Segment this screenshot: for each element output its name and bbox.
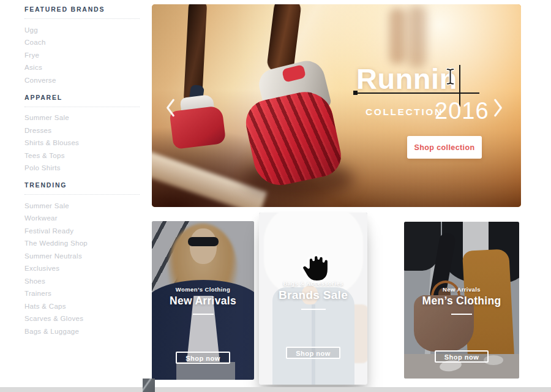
sidebar-item-polo-shirts[interactable]: Polo Shirts [24, 162, 140, 175]
card-divider [451, 314, 472, 315]
sidebar-section-title: FEATURED BRANDS [24, 6, 140, 19]
card-divider [193, 314, 214, 315]
hand-cursor-icon [298, 252, 332, 288]
sidebar-section-trending: TRENDING Summer Sale Workwear Festival R… [24, 182, 140, 338]
shop-now-button-men[interactable]: Shop now [435, 350, 489, 363]
card-content: New Arrivals Men’s Clothing Shop now [404, 222, 519, 379]
category-sidebar: FEATURED BRANDS Ugg Coach Frye Asics Con… [24, 6, 140, 345]
card-eyebrow: New Arrivals [443, 286, 481, 293]
sidebar-item-hats-caps[interactable]: Hats & Caps [24, 300, 140, 313]
sidebar-item-workwear[interactable]: Workwear [24, 213, 140, 225]
next-section-photo-fragment [143, 379, 155, 392]
sidebar-item-shirts-blouses[interactable]: Shirts & Blouses [24, 137, 140, 150]
sidebar-item-bags-luggage[interactable]: Bags & Luggage [24, 325, 140, 338]
card-title: Men’s Clothing [422, 295, 501, 307]
sidebar-item-asics[interactable]: Asics [24, 62, 140, 75]
sidebar-item-summer-sale[interactable]: Summer Sale [24, 112, 140, 125]
shop-now-button-brands[interactable]: Shop now [286, 347, 340, 359]
photo-shape-blurred-runner [408, 6, 426, 68]
carousel-next-icon[interactable] [491, 97, 504, 118]
sidebar-section-title: TRENDING [24, 182, 140, 195]
sidebar-section-apparel: APPAREL Summer Sale Dresses Shirts & Blo… [24, 94, 140, 175]
card-title: New Arrivals [170, 295, 236, 307]
category-card-womens-clothing[interactable]: Women’s Clothing New Arrivals Shop now [152, 221, 254, 380]
hero-collection-label: COLLECTION [365, 107, 443, 118]
carousel-prev-icon[interactable] [164, 97, 178, 118]
hero-carousel: Runnin COLLECTION 2016 Shop collection [152, 4, 521, 207]
sidebar-section-featured-brands: FEATURED BRANDS Ugg Coach Frye Asics Con… [24, 6, 140, 87]
sidebar-item-summer-neutrals[interactable]: Summer Neutrals [24, 250, 140, 263]
card-content: Bags & Accessories Brands Sale Shop now [259, 213, 367, 385]
sidebar-item-scarves-gloves[interactable]: Scarves & Gloves [24, 313, 140, 326]
sidebar-item-dresses[interactable]: Dresses [24, 124, 140, 137]
card-content: Women’s Clothing New Arrivals Shop now [152, 221, 254, 380]
category-card-mens-clothing[interactable]: New Arrivals Men’s Clothing Shop now [404, 222, 519, 379]
ibeam-cursor-icon [446, 68, 454, 85]
sidebar-links: Summer Sale Workwear Festival Ready The … [24, 200, 140, 338]
sidebar-section-title: APPAREL [24, 94, 140, 107]
bottom-section-edge [0, 387, 551, 392]
sidebar-item-coach[interactable]: Coach [24, 37, 140, 50]
sidebar-item-wedding-shop[interactable]: The Wedding Shop [24, 238, 140, 251]
sidebar-links: Ugg Coach Frye Asics Converse [24, 24, 140, 87]
hero-collection-year: 2016 [435, 98, 489, 124]
card-divider [301, 309, 326, 310]
category-card-brands-sale[interactable]: Bags & Accessories Brands Sale Shop now [259, 213, 367, 385]
sidebar-item-festival-ready[interactable]: Festival Ready [24, 225, 140, 238]
photo-shape-blurred-runner [389, 8, 405, 64]
baseline-guide-line [355, 92, 479, 94]
photo-shape-back-shoe [170, 105, 227, 149]
baseline-guide-handle [353, 91, 358, 95]
sidebar-item-tees-tops[interactable]: Tees & Tops [24, 149, 140, 162]
sidebar-item-trainers[interactable]: Trainers [24, 288, 140, 301]
shop-collection-button[interactable]: Shop collection [407, 136, 482, 159]
sidebar-links: Summer Sale Dresses Shirts & Blouses Tee… [24, 112, 140, 175]
card-eyebrow: Women’s Clothing [176, 286, 230, 293]
sidebar-item-exclusives[interactable]: Exclusives [24, 263, 140, 276]
sidebar-item-converse[interactable]: Converse [24, 74, 140, 87]
sidebar-item-shoes[interactable]: Shoes [24, 275, 140, 288]
shop-now-button-women[interactable]: Shop now [176, 352, 230, 364]
sidebar-item-frye[interactable]: Frye [24, 49, 140, 62]
hero-title-typed: Runnin [356, 63, 457, 95]
card-title: Brands Sale [279, 288, 348, 302]
sidebar-item-summer-sale-2[interactable]: Summer Sale [24, 200, 140, 213]
sidebar-item-ugg[interactable]: Ugg [24, 24, 140, 37]
